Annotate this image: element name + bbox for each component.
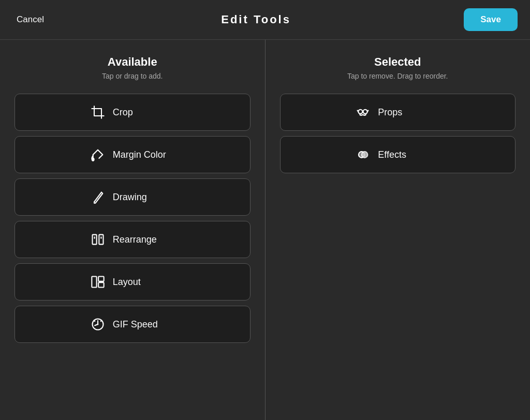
available-column: Available Tap or drag to add. Crop <box>0 40 266 420</box>
props-item[interactable]: Props <box>280 94 516 131</box>
crop-icon <box>90 104 106 120</box>
selected-header: Selected Tap to remove. Drag to reorder. <box>280 55 516 80</box>
props-icon <box>355 104 371 120</box>
svg-point-13 <box>359 110 363 114</box>
layout-icon <box>90 274 106 290</box>
margin-color-item[interactable]: Margin Color <box>14 136 251 173</box>
gif-speed-icon <box>90 317 106 332</box>
rearrange-icon <box>90 232 106 247</box>
selected-list: Props Effects <box>280 94 516 173</box>
effects-icon <box>355 147 371 162</box>
svg-line-12 <box>101 320 101 321</box>
svg-line-17 <box>367 111 369 112</box>
layout-label: Layout <box>113 277 175 288</box>
props-label: Props <box>378 107 440 118</box>
page-title: Edit Tools <box>221 13 291 26</box>
drawing-icon <box>90 189 106 205</box>
drawing-item[interactable]: Drawing <box>14 178 251 216</box>
gif-speed-item[interactable]: GIF Speed <box>14 306 251 343</box>
save-button[interactable]: Save <box>464 8 518 31</box>
effects-item[interactable]: Effects <box>280 136 516 173</box>
margin-color-icon <box>90 147 106 162</box>
crop-item[interactable]: Crop <box>14 94 251 131</box>
layout-item[interactable]: Layout <box>14 263 251 301</box>
svg-rect-8 <box>98 282 104 287</box>
svg-rect-7 <box>98 277 104 281</box>
svg-point-0 <box>92 158 95 161</box>
rearrange-label: Rearrange <box>113 234 175 245</box>
svg-point-19 <box>362 152 368 158</box>
available-title: Available <box>14 55 251 69</box>
header: Cancel Edit Tools Save <box>0 0 530 39</box>
margin-color-label: Margin Color <box>113 149 175 160</box>
svg-line-16 <box>358 111 359 112</box>
svg-point-14 <box>363 110 367 114</box>
cancel-button[interactable]: Cancel <box>12 10 48 29</box>
main-content: Available Tap or drag to add. Crop <box>0 40 530 420</box>
available-list: Crop Margin Color <box>14 94 251 343</box>
selected-title: Selected <box>280 55 516 69</box>
crop-label: Crop <box>113 107 175 118</box>
selected-subtitle: Tap to remove. Drag to reorder. <box>280 72 516 80</box>
selected-column: Selected Tap to remove. Drag to reorder. <box>266 40 531 420</box>
svg-rect-6 <box>92 277 96 288</box>
rearrange-item[interactable]: Rearrange <box>14 221 251 258</box>
drawing-label: Drawing <box>113 192 175 203</box>
available-header: Available Tap or drag to add. <box>14 55 251 80</box>
svg-rect-2 <box>92 235 96 245</box>
svg-point-10 <box>97 324 98 325</box>
svg-rect-3 <box>99 235 103 245</box>
gif-speed-label: GIF Speed <box>113 319 175 330</box>
effects-label: Effects <box>378 149 440 160</box>
available-subtitle: Tap or drag to add. <box>14 72 251 80</box>
svg-line-11 <box>94 320 95 321</box>
